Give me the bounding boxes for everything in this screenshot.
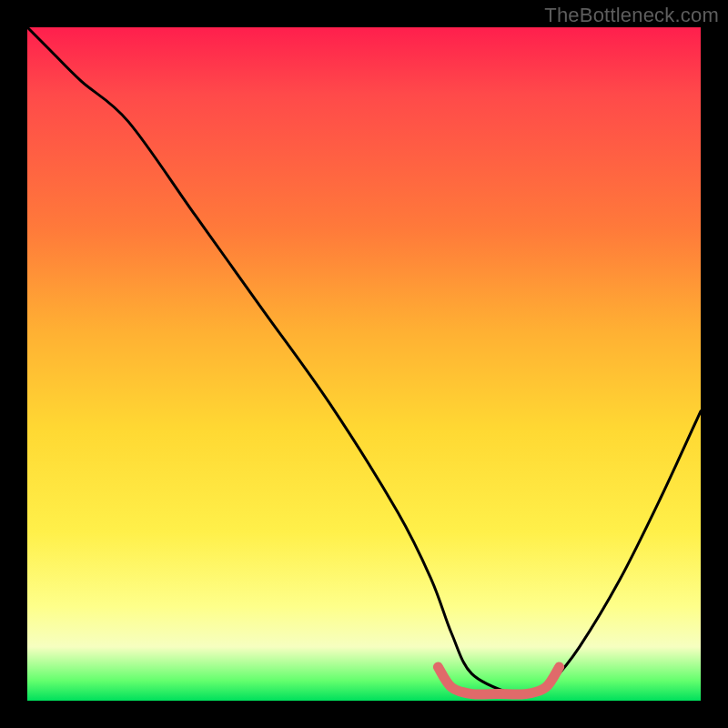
bottleneck-curve <box>27 27 701 696</box>
optimal-range-marker <box>438 667 559 694</box>
watermark-text: TheBottleneck.com <box>544 4 719 27</box>
plot-area <box>27 27 701 701</box>
curves-layer <box>27 27 701 701</box>
chart-frame: TheBottleneck.com <box>0 0 728 728</box>
